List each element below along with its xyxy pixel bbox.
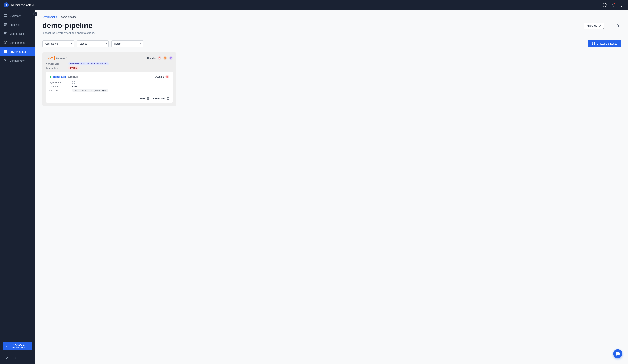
build-label: build/NaN: [68, 75, 78, 78]
svg-point-12: [6, 34, 6, 35]
sidebar: ‹ Overview: [0, 10, 35, 364]
pipelines-icon: [3, 23, 7, 27]
sidebar-item-marketplace[interactable]: Marketplace: [0, 29, 35, 38]
sidebar-bottom: [0, 352, 35, 364]
terminal-label: TERMINAL: [153, 97, 165, 100]
create-stage-icon: [592, 42, 595, 45]
logs-icon: [147, 97, 150, 100]
breadcrumb-environments-link[interactable]: Environments: [42, 15, 58, 18]
svg-rect-5: [5, 14, 7, 15]
sidebar-item-components-label: Components: [9, 41, 24, 44]
created-value: 07/10/2024 13:05:33 (6 hours ago): [72, 89, 108, 92]
app-name-row: ♥ demo-app build/NaN: [49, 75, 78, 79]
page-header-actions: ARGO CD: [584, 23, 621, 29]
svg-rect-18: [592, 43, 593, 44]
svg-point-11: [4, 34, 5, 35]
notification-btn[interactable]: [610, 2, 616, 8]
svg-rect-10: [4, 25, 6, 26]
svg-point-16: [5, 60, 6, 61]
svg-rect-9: [4, 24, 7, 25]
sidebar-edit-btn[interactable]: [3, 355, 10, 361]
sidebar-item-pipelines-label: Pipelines: [9, 23, 20, 26]
argo-cd-label: ARGO CD: [587, 24, 598, 27]
environments-icon: [3, 50, 7, 54]
app-argo-icon-btn[interactable]: [165, 74, 169, 79]
sync-row: Sync status:: [49, 81, 169, 84]
applications-filter[interactable]: Applications: [42, 40, 74, 47]
app-footer: LOGS TERMINAL: [49, 95, 169, 100]
create-resource-label: + CREATE RESOURCE: [8, 343, 30, 349]
health-filter-wrapper: Health ▾: [111, 40, 143, 47]
app-argo-icon: [165, 75, 169, 79]
sidebar-item-components[interactable]: Components: [0, 38, 35, 47]
argo-icon: [157, 56, 161, 60]
svg-rect-20: [592, 44, 593, 45]
sync-circle: [72, 81, 75, 84]
svg-rect-8: [4, 23, 7, 24]
stage-open-in-label: Open In:: [147, 57, 156, 59]
overview-icon: [3, 14, 7, 18]
sidebar-item-overview[interactable]: Overview: [0, 11, 35, 20]
sync-label: Sync status:: [49, 81, 71, 84]
settings-icon: [14, 357, 17, 360]
promote-value: False: [72, 85, 78, 88]
stage-argocd-icon-btn[interactable]: [163, 56, 167, 60]
notification-dot: [614, 3, 615, 4]
create-stage-button[interactable]: CREATE STAGE: [588, 40, 621, 47]
app-meta: Sync status: To promote: False Created: …: [49, 81, 169, 92]
stage-name-row: DEV (in-cluster): [46, 56, 67, 60]
stages-filter[interactable]: Stages: [77, 40, 109, 47]
info-icon-btn[interactable]: i: [602, 2, 608, 8]
svg-rect-14: [4, 51, 7, 52]
svg-rect-7: [5, 15, 7, 17]
trigger-row: Trigger Type: Manual: [46, 66, 173, 70]
main-layout: ‹ Overview: [0, 10, 628, 364]
svg-point-1: [6, 4, 7, 5]
navbar: KubeRocketCI i ⋮: [0, 0, 628, 10]
chat-fab-btn[interactable]: [613, 349, 622, 358]
navbar-logo: KubeRocketCI: [3, 2, 602, 8]
delete-icon: [616, 24, 620, 27]
more-menu-btn[interactable]: ⋮: [619, 2, 625, 8]
svg-rect-13: [4, 50, 7, 51]
logs-btn[interactable]: LOGS: [139, 97, 150, 100]
app-open-in-label: Open In:: [155, 75, 164, 78]
app-name[interactable]: demo-app: [53, 75, 66, 78]
health-filter[interactable]: Health: [111, 40, 143, 47]
stage-card: DEV (in-cluster) Open In:: [42, 52, 176, 106]
navbar-actions: i ⋮: [602, 2, 625, 8]
terminal-btn[interactable]: TERMINAL: [153, 97, 169, 100]
delete-button[interactable]: [615, 23, 621, 29]
page-title: demo-pipeline: [42, 21, 93, 30]
sidebar-item-marketplace-label: Marketplace: [9, 32, 24, 35]
create-resource-button[interactable]: + + CREATE RESOURCE: [3, 342, 32, 351]
svg-rect-15: [4, 52, 7, 53]
edit-button[interactable]: [606, 23, 613, 29]
logs-label: LOGS: [139, 97, 146, 100]
sidebar-item-overview-label: Overview: [9, 14, 21, 17]
svg-rect-19: [594, 43, 595, 44]
svg-point-17: [15, 358, 16, 359]
stage-lens-icon-btn[interactable]: [169, 56, 173, 60]
external-link-icon: [599, 24, 601, 27]
filters-row: Applications ▾ Stages ▾ Health ▾: [42, 40, 621, 47]
health-icon: ♥: [49, 75, 52, 79]
svg-text:i: i: [604, 4, 605, 6]
promote-row: To promote: False: [49, 85, 169, 88]
applications-filter-wrapper: Applications ▾: [42, 40, 74, 47]
create-resource-plus-icon: +: [6, 345, 7, 347]
in-cluster-label: (in-cluster): [56, 57, 67, 59]
terminal-icon: [166, 97, 169, 100]
breadcrumb-separator: /: [59, 15, 60, 18]
argo-cd-button[interactable]: ARGO CD: [584, 23, 604, 29]
components-icon: [3, 41, 7, 45]
stage-argo-icon-btn[interactable]: [157, 56, 161, 60]
sidebar-collapse-btn[interactable]: ‹: [33, 12, 37, 16]
trigger-value: Manual: [69, 66, 79, 70]
sidebar-item-environments[interactable]: Environments: [0, 47, 35, 56]
sidebar-nav: Overview Pipelines: [0, 10, 35, 340]
sidebar-settings-btn[interactable]: [12, 355, 18, 361]
breadcrumb: Environments / demo-pipeline: [42, 15, 621, 18]
sidebar-item-configuration[interactable]: Configuration: [0, 56, 35, 65]
sidebar-item-pipelines[interactable]: Pipelines: [0, 20, 35, 29]
